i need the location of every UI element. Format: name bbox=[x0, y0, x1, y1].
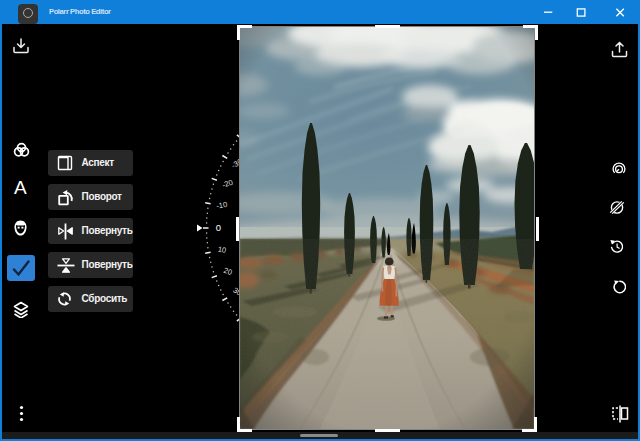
svg-text:-20: -20 bbox=[221, 178, 234, 190]
svg-text:10: 10 bbox=[217, 245, 227, 255]
svg-text:20: 20 bbox=[222, 266, 233, 277]
svg-text:-30: -30 bbox=[230, 157, 240, 170]
svg-text:0: 0 bbox=[216, 222, 221, 233]
svg-text:30: 30 bbox=[231, 286, 240, 298]
svg-text:-10: -10 bbox=[216, 200, 228, 211]
